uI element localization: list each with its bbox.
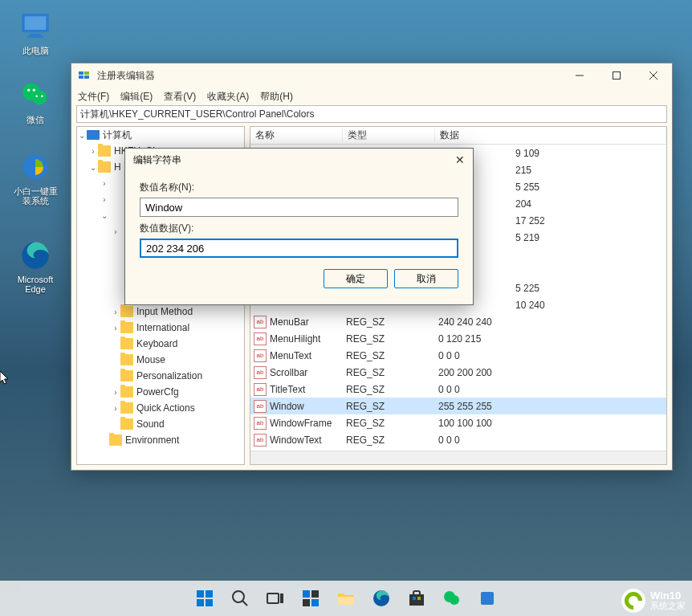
reg-string-icon: ab bbox=[254, 332, 267, 345]
app-button[interactable] bbox=[473, 584, 502, 613]
titlebar[interactable]: 注册表编辑器 bbox=[71, 63, 672, 88]
svg-rect-12 bbox=[79, 71, 83, 75]
widgets-button[interactable] bbox=[296, 584, 325, 613]
desktop-icon-wechat[interactable]: 微信 bbox=[11, 79, 59, 126]
watermark-line2: 系统之家 bbox=[650, 601, 686, 611]
svg-rect-20 bbox=[197, 590, 204, 598]
svg-rect-28 bbox=[303, 590, 310, 598]
desktop-icon-label: 小白一键重装系统 bbox=[14, 186, 58, 206]
search-button[interactable] bbox=[226, 584, 254, 613]
tree-item[interactable]: Environment bbox=[77, 432, 244, 448]
window-title: 注册表编辑器 bbox=[97, 69, 561, 83]
cancel-button[interactable]: 取消 bbox=[394, 269, 458, 288]
svg-rect-37 bbox=[417, 597, 421, 600]
desktop-icon-label: 此电脑 bbox=[22, 46, 49, 55]
svg-rect-26 bbox=[267, 594, 279, 603]
svg-rect-22 bbox=[197, 599, 204, 606]
start-button[interactable] bbox=[190, 584, 219, 613]
svg-rect-23 bbox=[206, 599, 213, 606]
svg-point-39 bbox=[450, 595, 459, 605]
watermark-line1: Win10 bbox=[650, 590, 686, 601]
menu-view[interactable]: 查看(V) bbox=[164, 90, 196, 104]
list-row[interactable]: abScrollbarREG_SZ200 200 200 bbox=[250, 364, 666, 381]
wechat-button[interactable] bbox=[438, 584, 466, 613]
menubar: 文件(F) 编辑(E) 查看(V) 收藏夹(A) 帮助(H) bbox=[71, 88, 672, 105]
ok-button[interactable]: 确定 bbox=[324, 269, 388, 288]
desktop-icon-label: Microsoft Edge bbox=[18, 275, 54, 294]
dialog-close-button[interactable]: ✕ bbox=[455, 153, 465, 166]
menu-file[interactable]: 文件(F) bbox=[78, 90, 109, 104]
svg-point-8 bbox=[35, 95, 38, 97]
list-row[interactable]: abWindowREG_SZ255 255 255 bbox=[250, 398, 666, 414]
value-name-label: 数值名称(N): bbox=[140, 181, 458, 194]
svg-point-7 bbox=[33, 89, 35, 92]
svg-rect-29 bbox=[311, 590, 319, 598]
svg-rect-17 bbox=[613, 72, 621, 80]
close-button[interactable] bbox=[635, 63, 672, 88]
reg-string-icon: ab bbox=[254, 349, 267, 362]
watermark-logo bbox=[621, 589, 645, 613]
edit-string-dialog: 编辑字符串 ✕ 数值名称(N): 数值数据(V): 确定 取消 bbox=[124, 148, 474, 305]
value-data-input[interactable] bbox=[140, 239, 458, 258]
svg-line-25 bbox=[242, 601, 247, 606]
svg-rect-32 bbox=[338, 597, 354, 605]
tree-root[interactable]: ⌄计算机 bbox=[77, 127, 244, 143]
store-button[interactable] bbox=[402, 584, 431, 613]
tree-item[interactable]: ›Quick Actions bbox=[77, 400, 244, 416]
svg-point-5 bbox=[32, 90, 47, 104]
reg-string-icon: ab bbox=[254, 434, 267, 447]
svg-rect-40 bbox=[481, 592, 494, 605]
svg-rect-31 bbox=[311, 599, 319, 606]
svg-rect-14 bbox=[79, 75, 83, 79]
taskview-button[interactable] bbox=[261, 584, 290, 613]
svg-rect-1 bbox=[25, 16, 47, 30]
desktop-icon-label: 微信 bbox=[26, 115, 44, 124]
col-data[interactable]: 数据 bbox=[435, 129, 666, 142]
tree-item[interactable]: ›International bbox=[77, 320, 244, 336]
wechat-icon bbox=[19, 79, 51, 111]
edge-icon bbox=[19, 239, 51, 271]
desktop-icon-xiaobai[interactable]: 小白一键重装系统 bbox=[11, 151, 59, 206]
reg-string-icon: ab bbox=[254, 383, 267, 396]
desktop-icon-pc[interactable]: 此电脑 bbox=[11, 10, 59, 57]
list-row[interactable]: abWindowFrameREG_SZ100 100 100 bbox=[250, 414, 666, 431]
svg-rect-35 bbox=[413, 591, 420, 595]
tree-item[interactable]: ›Input Method bbox=[77, 304, 244, 320]
desktop-icon-edge[interactable]: Microsoft Edge bbox=[11, 239, 59, 294]
tree-item[interactable]: Personalization bbox=[77, 368, 244, 384]
tree-item[interactable]: ›PowerCfg bbox=[77, 384, 244, 400]
value-name-input[interactable] bbox=[140, 198, 458, 217]
menu-edit[interactable]: 编辑(E) bbox=[120, 90, 153, 104]
addressbar[interactable]: 计算机\HKEY_CURRENT_USER\Control Panel\Colo… bbox=[76, 105, 667, 123]
value-data-label: 数值数据(V): bbox=[140, 222, 458, 235]
reg-string-icon: ab bbox=[254, 366, 267, 379]
explorer-button[interactable] bbox=[332, 584, 360, 613]
taskbar bbox=[0, 581, 692, 616]
menu-fav[interactable]: 收藏夹(A) bbox=[207, 90, 249, 104]
svg-rect-30 bbox=[303, 599, 310, 606]
svg-rect-21 bbox=[206, 590, 213, 598]
minimize-button[interactable] bbox=[561, 63, 598, 88]
menu-help[interactable]: 帮助(H) bbox=[260, 90, 293, 104]
list-row[interactable]: abWindowTextREG_SZ0 0 0 bbox=[250, 431, 666, 448]
app-icon bbox=[78, 69, 91, 82]
col-type[interactable]: 类型 bbox=[343, 129, 435, 142]
col-name[interactable]: 名称 bbox=[250, 129, 343, 142]
list-row[interactable]: abTitleTextREG_SZ0 0 0 bbox=[250, 381, 666, 398]
svg-rect-13 bbox=[84, 71, 89, 75]
reg-string-icon: ab bbox=[254, 417, 267, 430]
list-row[interactable]: abMenuBarREG_SZ240 240 240 bbox=[250, 313, 666, 330]
svg-point-9 bbox=[41, 95, 43, 97]
tree-item[interactable]: Keyboard bbox=[77, 336, 244, 352]
edge-button[interactable] bbox=[367, 584, 396, 613]
list-row[interactable]: abMenuTextREG_SZ0 0 0 bbox=[250, 347, 666, 364]
maximize-button[interactable] bbox=[598, 63, 635, 88]
svg-rect-15 bbox=[84, 75, 89, 79]
install-icon bbox=[19, 151, 51, 183]
tree-item[interactable]: Mouse bbox=[77, 352, 244, 368]
list-header: 名称 类型 数据 bbox=[250, 127, 666, 145]
tree-item[interactable]: Sound bbox=[77, 416, 244, 432]
watermark: Win10 系统之家 bbox=[621, 589, 686, 613]
svg-rect-2 bbox=[30, 34, 40, 36]
list-row[interactable]: abMenuHilightREG_SZ0 120 215 bbox=[250, 330, 666, 347]
